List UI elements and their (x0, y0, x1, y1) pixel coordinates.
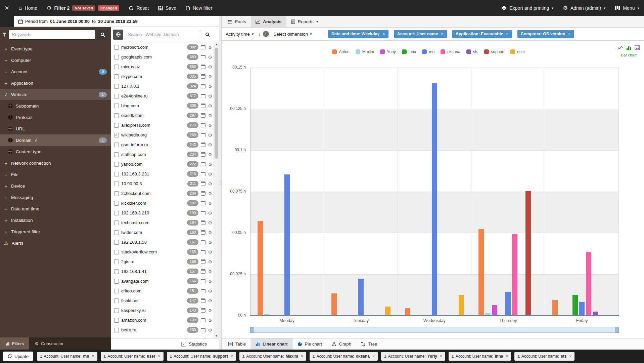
bar-mn-thursday[interactable] (505, 292, 511, 315)
calendar-icon[interactable] (201, 298, 205, 303)
remove-chip-icon[interactable]: × (372, 354, 375, 359)
bar-chart-icon[interactable] (626, 45, 632, 50)
settings-gear-icon[interactable]: ⚙ (208, 240, 212, 245)
legend-item-oksana[interactable]: oksana (441, 49, 460, 54)
sidebar-item-domain[interactable]: Domain✓1 (0, 134, 111, 146)
bar-support-thursday[interactable] (525, 191, 531, 315)
bar-anton-thursday[interactable] (478, 229, 484, 315)
domain-row-staffcop-com[interactable]: staffcop.com234⚙ (111, 150, 214, 159)
sidebar-item-alerts[interactable]: ⚠Alerts (0, 237, 111, 249)
calendar-icon[interactable] (201, 269, 205, 274)
settings-gear-icon[interactable]: ⚙ (208, 84, 212, 89)
account-filter-chip-oksana[interactable]: ±Account: User name: oksana× (310, 352, 378, 361)
calendar-icon[interactable] (201, 45, 205, 49)
settings-gear-icon[interactable]: ⚙ (208, 289, 212, 293)
calendar-icon[interactable] (201, 201, 205, 205)
domain-checkbox[interactable]: ✓ (114, 133, 119, 137)
bar-user-wednesday[interactable] (459, 295, 464, 315)
settings-gear-icon[interactable]: ⚙ (208, 279, 212, 284)
domain-search-button[interactable] (203, 30, 212, 39)
plus-minus-icon[interactable]: ± (242, 354, 245, 359)
domain-checkbox[interactable] (114, 94, 119, 98)
sidebar-item-triggered-filter[interactable]: +Triggered filter (0, 226, 111, 237)
settings-gear-icon[interactable]: ⚙ (208, 308, 212, 313)
settings-gear-icon[interactable]: ⚙ (208, 230, 212, 235)
account-filter-chip-support[interactable]: ±Account: User name: support× (167, 352, 236, 361)
bar-oksana-friday[interactable] (586, 252, 591, 315)
domain-checkbox[interactable] (114, 289, 119, 293)
tab-tree[interactable]: Tree (356, 338, 382, 350)
remove-chip-icon[interactable]: × (506, 354, 508, 359)
save-image-icon[interactable] (635, 45, 640, 50)
settings-gear-icon[interactable]: ⚙ (208, 74, 212, 79)
scroll-up-icon[interactable]: ▲ (214, 43, 219, 46)
settings-gear-icon[interactable]: ⚙ (208, 94, 212, 98)
legend-item-mn[interactable]: mn (422, 49, 434, 54)
calendar-icon[interactable] (201, 191, 205, 196)
legend-item-user[interactable]: user (510, 49, 525, 54)
plus-minus-icon[interactable]: ± (452, 354, 454, 359)
account-filter-chip-user[interactable]: ±Account: User name: user× (101, 352, 164, 361)
bar-maxim-thursday[interactable] (485, 313, 491, 315)
bar-maxim-monday[interactable] (264, 314, 270, 315)
domain-row-avangate-com[interactable]: avangate.com156⚙ (111, 276, 214, 286)
calendar-icon[interactable] (201, 152, 205, 157)
domain-row-twitter-com[interactable]: twitter.com168⚙ (111, 228, 214, 237)
domain-checkbox[interactable] (114, 211, 119, 215)
domain-row-microsoft-com[interactable]: microsoft.com382⚙ (111, 42, 214, 52)
period-bar[interactable]: Period from 01 June 2018 00:00 to 30 Jun… (14, 16, 219, 27)
statistics-checkbox[interactable]: ✓ (181, 342, 186, 347)
bar-mn-monday[interactable] (284, 174, 290, 315)
legend-item-sts[interactable]: sts (466, 49, 478, 54)
export-printing-menu[interactable]: Export and printing ▾ (497, 0, 558, 16)
calendar-icon[interactable] (201, 328, 205, 332)
domain-checkbox[interactable] (114, 250, 119, 254)
bar-anton-monday[interactable] (258, 221, 263, 315)
settings-gear-icon[interactable]: ⚙ (208, 104, 212, 108)
calendar-icon[interactable] (201, 308, 205, 313)
legend-item-anton[interactable]: Anton (332, 49, 349, 54)
plus-minus-icon[interactable]: ± (517, 354, 520, 359)
remove-chip-icon[interactable]: × (441, 32, 443, 36)
tab-facts[interactable]: Facts (223, 16, 251, 27)
sidebar-item-content-type[interactable]: Content type (0, 146, 111, 157)
remove-chip-icon[interactable]: × (92, 354, 94, 359)
settings-gear-icon[interactable]: ⚙ (208, 133, 212, 137)
calendar-icon[interactable] (201, 104, 205, 108)
calendar-icon[interactable] (201, 113, 205, 118)
domain-checkbox[interactable] (114, 269, 119, 274)
calendar-icon[interactable] (201, 123, 205, 127)
keywords-search-button[interactable] (97, 30, 108, 40)
settings-gear-icon[interactable]: ⚙ (208, 45, 212, 50)
domain-checkbox[interactable] (114, 328, 119, 332)
domain-checkbox[interactable] (114, 201, 119, 206)
plus-minus-icon[interactable]: ± (313, 354, 315, 359)
remove-chip-icon[interactable]: × (382, 32, 385, 36)
domain-checkbox[interactable] (114, 318, 119, 323)
sidebar-item-url[interactable]: URL (0, 123, 111, 134)
bar-mn-friday[interactable] (579, 302, 585, 315)
domain-checkbox[interactable] (114, 162, 119, 167)
zoom-handle-right[interactable] (615, 327, 619, 333)
domain-checkbox[interactable] (114, 113, 119, 118)
tab-analysis[interactable]: Analysis (251, 16, 286, 27)
calendar-icon[interactable] (201, 182, 205, 186)
domain-checkbox[interactable] (114, 123, 119, 128)
tab-linear-chart[interactable]: Linear chart (251, 338, 292, 350)
settings-gear-icon[interactable]: ⚙ (208, 182, 212, 186)
sidebar-item-messaging[interactable]: +Messaging (0, 192, 111, 203)
calendar-icon[interactable] (201, 84, 205, 88)
calendar-icon[interactable] (201, 259, 205, 264)
account-filter-chip-yuriy[interactable]: ±Account: User name: Yuriy× (381, 352, 445, 361)
domain-row-192-168-3-210[interactable]: 192.168.3.210190⚙ (111, 208, 214, 218)
domain-checkbox[interactable] (114, 65, 119, 69)
domain-checkbox[interactable] (114, 104, 119, 108)
bar-inna-friday[interactable] (572, 295, 578, 315)
domain-checkbox[interactable] (114, 230, 119, 235)
settings-gear-icon[interactable]: ⚙ (208, 191, 212, 196)
domain-checkbox[interactable] (114, 298, 119, 303)
bar-user-tuesday[interactable] (385, 307, 390, 315)
domain-row-127-0-0-1[interactable]: 127.0.0.1324⚙ (111, 81, 214, 91)
domain-row-criteo-com[interactable]: criteo.com151⚙ (111, 286, 214, 296)
domain-checkbox[interactable] (114, 172, 119, 176)
